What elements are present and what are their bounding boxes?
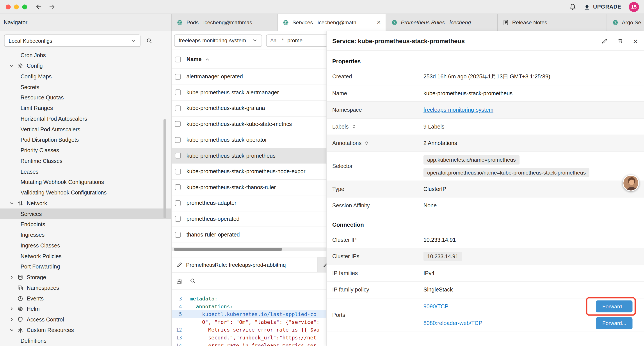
sidebar-item-vertical-pod-autoscalers[interactable]: Vertical Pod Autoscalers [0,124,171,135]
row-checkbox[interactable] [175,169,180,174]
tab-pods-icecheng-mathmas[interactable]: Pods - icecheng@mathmas... [172,14,278,31]
sidebar-item-priority-classes[interactable]: Priority Classes [0,145,171,156]
close-icon[interactable]: × [633,37,638,45]
sort-ascending-icon[interactable] [205,57,210,62]
sidebar-item-runtime-classes[interactable]: Runtime Classes [0,156,171,166]
search-icon[interactable] [190,278,196,284]
sidebar-item-definitions[interactable]: Definitions [0,336,171,346]
sidebar-item-secrets[interactable]: Secrets [0,82,171,92]
row-checkbox[interactable] [175,74,180,79]
notifications-bell-icon[interactable] [569,3,576,10]
chevron-down-icon[interactable] [9,201,14,206]
service-row-kube-prometheus-stack-prometheus-node-expor[interactable]: kube-prometheus-stack-prometheus-node-ex… [172,164,326,180]
sidebar-item-network-policies[interactable]: Network Policies [0,251,171,262]
sidebar-item-network[interactable]: Network [0,198,171,209]
forward-icon[interactable] [48,3,56,10]
tab-close-icon[interactable]: × [377,19,381,26]
service-row-prometheus-operated[interactable]: prometheus-operated [172,211,326,227]
sidebar-item-mutating-webhook-configurations[interactable]: Mutating Webhook Configurations [0,177,171,187]
sidebar-item-endpoints[interactable]: Endpoints [0,219,171,230]
tab-release-notes[interactable]: Release Notes [498,14,607,31]
window-close-button[interactable] [6,4,10,9]
row-checkbox[interactable] [175,153,180,159]
editor-line[interactable]: 3 metadata: [172,295,326,303]
horizontal-scrollbar[interactable] [172,248,326,251]
editor-line[interactable]: 13 second.","runbook_url":"https://net [172,334,326,342]
forward-button[interactable]: Forward... [596,301,632,312]
editor-line[interactable]: 12 Metrics service error rate is {{ $va [172,326,326,334]
select-all-checkbox[interactable] [175,56,180,62]
kubeconfig-selector[interactable]: Local Kubeconfigs [4,34,140,47]
sidebar-scrollbar[interactable] [164,119,166,219]
editor-tab-prometheusrule[interactable]: PrometheusRule: freeleaps-prod-rabbitmq [172,257,318,272]
sidebar-item-custom-resources[interactable]: Custom Resources [0,325,171,336]
sidebar-item-ingress-classes[interactable]: Ingress Classes [0,240,171,251]
row-checkbox[interactable] [175,232,180,238]
service-row-kube-prometheus-stack-thanos-ruler[interactable]: kube-prometheus-stack-thanos-ruler [172,180,326,195]
editor-line[interactable]: 5 kubectl.kubernetes.io/last-applied-co [172,310,326,318]
chevron-right-icon[interactable] [9,275,14,280]
port-link-9090-tcp[interactable]: 9090/TCP [424,304,448,310]
sidebar-item-config-maps[interactable]: Config Maps [0,71,171,82]
editor-tab-partial[interactable] [318,257,328,272]
edit-pencil-icon[interactable] [602,37,608,44]
sidebar-item-validating-webhook-configurations[interactable]: Validating Webhook Configurations [0,187,171,198]
sidebar-item-services[interactable]: Services [0,209,171,219]
service-row-prometheus-adapter[interactable]: prometheus-adapter [172,195,326,211]
sidebar-item-pod-disruption-budgets[interactable]: Pod Disruption Budgets [0,135,171,145]
row-checkbox[interactable] [175,216,180,222]
namespace-selector[interactable]: freeleaps-monitoring-system [174,34,262,47]
service-row-thanos-ruler-operated[interactable]: thanos-ruler-operated [172,227,326,243]
editor-line[interactable]: 14 error rate in freeleaps metrics ser [172,342,326,346]
window-zoom-button[interactable] [22,4,27,9]
row-checkbox[interactable] [175,121,180,127]
save-icon[interactable] [176,278,182,284]
name-column-header[interactable]: Name [186,56,202,62]
row-checkbox[interactable] [175,90,180,95]
tab-prometheus-rules-icecheng[interactable]: Prometheus Rules - icecheng... [386,14,498,31]
row-checkbox[interactable] [175,137,180,143]
regex-toggle[interactable]: .* [280,37,284,43]
tab-argo-se[interactable]: Argo Se [607,14,644,31]
namespace-link[interactable]: freeleaps-monitoring-system [424,107,494,113]
sidebar-item-leases[interactable]: Leases [0,166,171,177]
chevron-down-icon[interactable] [9,63,14,68]
editor-line[interactable]: 4 annotations: [172,303,326,310]
service-row-kube-prometheus-stack-prometheus[interactable]: kube-prometheus-stack-prometheus [172,148,326,164]
row-checkbox[interactable] [175,200,180,206]
sidebar-item-storage[interactable]: Storage [0,272,171,283]
service-row-kube-prometheus-stack-kube-state-metrics[interactable]: kube-prometheus-stack-kube-state-metrics [172,116,326,132]
sort-updown-icon[interactable] [364,141,369,145]
search-icon[interactable] [146,37,152,43]
notification-count-badge[interactable]: 15 [629,2,639,11]
sidebar-item-horizontal-pod-autoscalers[interactable]: Horizontal Pod Autoscalers [0,113,171,124]
service-row-kube-prometheus-stack-grafana[interactable]: kube-prometheus-stack-grafana [172,100,326,116]
chevron-down-icon[interactable] [9,327,14,333]
upgrade-button[interactable]: UPGRADE [584,3,621,10]
sidebar-item-access-control[interactable]: Access Control [0,314,171,325]
match-case-toggle[interactable]: Aa [270,37,277,43]
chevron-right-icon[interactable] [9,317,14,322]
port-link-8080-reloader-web-tcp[interactable]: 8080:reloader-web/TCP [424,320,482,326]
sidebar-item-limit-ranges[interactable]: Limit Ranges [0,103,171,113]
row-checkbox[interactable] [175,184,180,190]
sidebar-item-helm[interactable]: Helm [0,304,171,314]
sidebar-item-port-forwarding[interactable]: Port Forwarding [0,262,171,272]
forward-button[interactable]: Forward... [596,317,632,329]
yaml-editor[interactable]: 3 metadata: 4 annotations: 5 kubectl.kub… [172,290,326,346]
sidebar-item-namespaces[interactable]: Namespaces [0,283,171,293]
service-row-kube-prometheus-stack-operator[interactable]: kube-prometheus-stack-operator [172,132,326,148]
delete-trash-icon[interactable] [618,37,624,44]
row-checkbox[interactable] [175,105,180,111]
user-avatar[interactable] [623,175,639,191]
editor-line[interactable]: 0", "for": "0m", "labels": {"service": [172,318,326,326]
sidebar-item-cron-jobs[interactable]: Cron Jobs [0,50,171,61]
tab-services-icecheng-math[interactable]: Services - icecheng@math... × [278,14,386,31]
sidebar-item-resource-quotas[interactable]: Resource Quotas [0,92,171,103]
service-row-kube-prometheus-stack-alertmanager[interactable]: kube-prometheus-stack-alertmanager [172,85,326,100]
sidebar-item-ingresses[interactable]: Ingresses [0,230,171,240]
sort-updown-icon[interactable] [352,124,356,129]
sidebar-item-events[interactable]: Events [0,293,171,304]
window-minimize-button[interactable] [14,4,19,9]
scrollbar-thumb[interactable] [174,248,282,251]
